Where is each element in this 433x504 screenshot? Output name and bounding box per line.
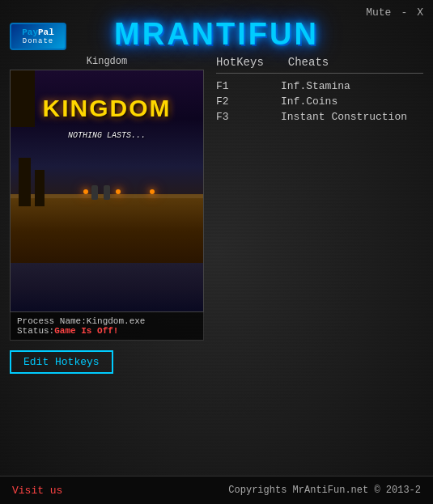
separator: - [401, 6, 407, 19]
hotkey-key-1: F2 [216, 95, 257, 108]
game-info-panel: Process Name:Kingdom.exe Status:Game Is … [10, 312, 204, 341]
hotkeys-header: HotKeys Cheats [216, 56, 423, 74]
water-layer [11, 263, 203, 311]
paypal-donate-label: Donate [23, 37, 53, 45]
paypal-pal: Pal [38, 28, 54, 37]
cheat-name-0: Inf.Stamina [281, 80, 350, 92]
ground-layer [11, 198, 203, 263]
process-value: Kingdom.exe [87, 316, 146, 326]
character-2 [104, 185, 110, 200]
paypal-donate-button[interactable]: PayPal Donate [10, 23, 66, 50]
cheat-rows: F1 Inf.Stamina F2 Inf.Coins F3 Instant C… [216, 80, 423, 123]
left-panel: Kingdom KINGDOM NOTHING LASTS... [10, 56, 204, 374]
torch-1 [83, 189, 88, 194]
right-panel: HotKeys Cheats F1 Inf.Stamina F2 Inf.Coi… [216, 56, 423, 374]
game-image: KINGDOM NOTHING LASTS... [10, 70, 204, 312]
edit-hotkeys-button[interactable]: Edit Hotkeys [10, 350, 113, 374]
cheat-name-2: Instant Construction [281, 111, 407, 123]
process-label: Process Name: [17, 316, 87, 326]
cheat-row: F1 Inf.Stamina [216, 80, 423, 92]
hotkey-key-0: F1 [216, 80, 257, 92]
torch-3 [150, 189, 155, 194]
game-title-label: Kingdom [10, 56, 204, 67]
kingdom-game-title: KINGDOM [43, 95, 172, 122]
mute-button[interactable]: Mute [366, 6, 391, 19]
app-container: Mute - X PayPal Donate MRANTIFUN Kingdom… [0, 0, 433, 504]
kingdom-subtitle: NOTHING LASTS... [68, 131, 146, 140]
status-line: Status:Game Is Off! [17, 326, 197, 336]
building-silhouette [11, 70, 35, 127]
torch-2 [116, 189, 121, 194]
character-1 [91, 185, 98, 200]
close-button[interactable]: X [417, 6, 423, 19]
cheat-row: F2 Inf.Coins [216, 95, 423, 108]
top-controls: Mute - X [366, 6, 423, 19]
col-cheats-header: Cheats [288, 56, 329, 69]
main-content: Kingdom KINGDOM NOTHING LASTS... [0, 56, 433, 374]
process-name-line: Process Name:Kingdom.exe [17, 316, 197, 326]
cheat-name-1: Inf.Coins [281, 95, 337, 108]
paypal-pay: Pay [22, 28, 38, 37]
tree-silhouette-2 [35, 170, 45, 206]
status-label: Status: [17, 326, 54, 336]
hotkey-key-2: F3 [216, 111, 257, 123]
kingdom-artwork: KINGDOM NOTHING LASTS... [11, 70, 203, 311]
paypal-logo: PayPal [22, 28, 54, 37]
tree-silhouette-1 [19, 158, 31, 206]
status-value: Game Is Off! [54, 326, 118, 336]
col-hotkeys-header: HotKeys [216, 56, 264, 69]
cheat-row: F3 Instant Construction [216, 111, 423, 123]
